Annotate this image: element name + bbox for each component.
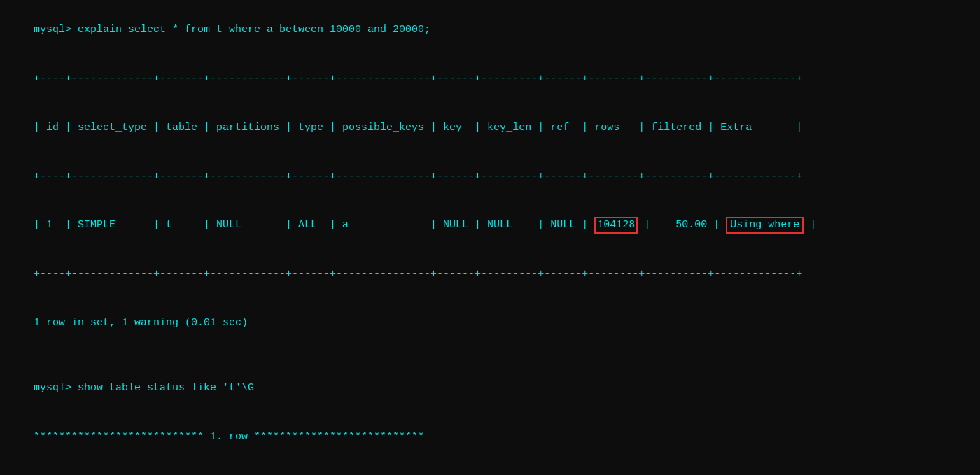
command-line-2: mysql> show table status like 't'\G xyxy=(8,364,972,413)
result-line-1: 1 row in set, 1 warning (0.01 sec) xyxy=(8,299,972,348)
table-separator-mid: +----+-------------+-------+------------… xyxy=(8,152,972,201)
rows-value-highlight: 104128 xyxy=(594,217,638,234)
table-separator-bot: +----+-------------+-------+------------… xyxy=(8,250,972,299)
name-line: Name: t xyxy=(8,461,972,475)
using-where-highlight: Using where xyxy=(726,217,804,234)
row-suffix: | 50.00 | xyxy=(638,219,726,231)
table-header: | id | select_type | table | partitions … xyxy=(8,104,972,153)
row-end: | xyxy=(804,219,816,231)
star-row: *************************** 1. row *****… xyxy=(8,413,972,462)
table-separator-top: +----+-------------+-------+------------… xyxy=(8,55,972,104)
blank-line xyxy=(8,348,972,364)
command-line-1: mysql> explain select * from t where a b… xyxy=(8,6,972,55)
table-data-row: | 1 | SIMPLE | t | NULL | ALL | a | NULL… xyxy=(8,201,972,250)
prompt-1: mysql> explain select * from t where a b… xyxy=(34,24,430,36)
row-prefix: | 1 | SIMPLE | t | NULL | ALL | a | NULL… xyxy=(34,219,594,231)
terminal-window: mysql> explain select * from t where a b… xyxy=(8,6,972,475)
